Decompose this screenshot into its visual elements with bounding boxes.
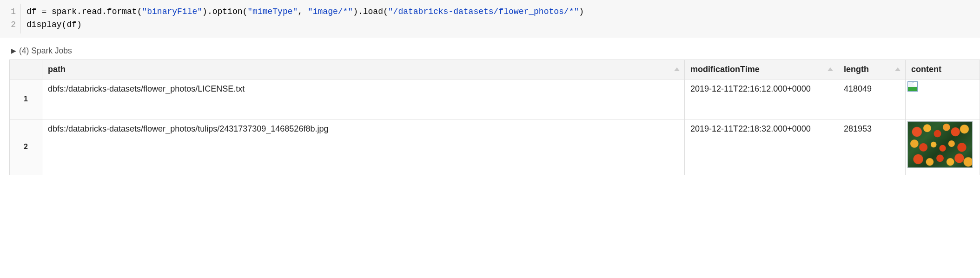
cell-length: 281953 (838, 119, 906, 175)
table-row[interactable]: 2dbfs:/databricks-datasets/flower_photos… (10, 119, 980, 175)
line-number: 2 (0, 19, 16, 32)
cell-content (906, 119, 980, 175)
column-header-length[interactable]: length (838, 60, 906, 79)
code-token: df = spark.read.format( (26, 7, 142, 16)
column-header-rownum[interactable] (10, 60, 42, 79)
code-editor[interactable]: df = spark.read.format("binaryFile").opt… (21, 4, 980, 33)
spark-jobs-toggle[interactable]: ▶ (4) Spark Jobs (0, 38, 980, 60)
cell-content (906, 79, 980, 119)
column-header-label: path (48, 65, 66, 74)
column-header-path[interactable]: path (42, 60, 685, 79)
code-cell[interactable]: 1 2 df = spark.read.format("binaryFile")… (0, 0, 980, 38)
code-token: display(df) (26, 20, 82, 29)
cell-length: 418049 (838, 79, 906, 119)
code-token: "image/*" (308, 7, 353, 16)
sort-asc-icon[interactable] (895, 67, 901, 71)
code-token: ).option( (202, 7, 247, 16)
column-header-label: length (844, 65, 869, 74)
column-header-modificationtime[interactable]: modificationTime (685, 60, 838, 79)
column-header-label: content (911, 65, 941, 74)
row-number: 2 (10, 119, 42, 175)
broken-image-icon (907, 81, 918, 92)
sort-asc-icon[interactable] (674, 67, 680, 71)
cell-modificationtime: 2019-12-11T22:16:12.000+0000 (685, 79, 838, 119)
line-number: 1 (0, 6, 16, 19)
column-header-content[interactable]: content (906, 60, 980, 79)
cell-path: dbfs:/databricks-datasets/flower_photos/… (42, 79, 685, 119)
column-header-label: modificationTime (690, 65, 760, 74)
cell-path: dbfs:/databricks-datasets/flower_photos/… (42, 119, 685, 175)
cell-modificationtime: 2019-12-11T22:18:32.000+0000 (685, 119, 838, 175)
code-token: "mimeType" (247, 7, 298, 16)
spark-jobs-label: (4) Spark Jobs (19, 46, 72, 56)
code-token: ).load( (353, 7, 388, 16)
sort-asc-icon[interactable] (828, 67, 833, 71)
chevron-right-icon: ▶ (11, 47, 16, 54)
code-token: ) (579, 7, 584, 16)
code-gutter: 1 2 (0, 4, 21, 33)
code-token: "/databricks-datasets/flower_photos/*" (388, 7, 579, 16)
code-token: "binaryFile" (142, 7, 202, 16)
result-table: path modificationTime length content 1db… (0, 60, 980, 175)
code-token: , (298, 7, 308, 16)
table-row[interactable]: 1dbfs:/databricks-datasets/flower_photos… (10, 79, 980, 119)
row-number: 1 (10, 79, 42, 119)
table-header-row: path modificationTime length content (10, 60, 980, 79)
image-thumbnail[interactable] (907, 121, 973, 168)
